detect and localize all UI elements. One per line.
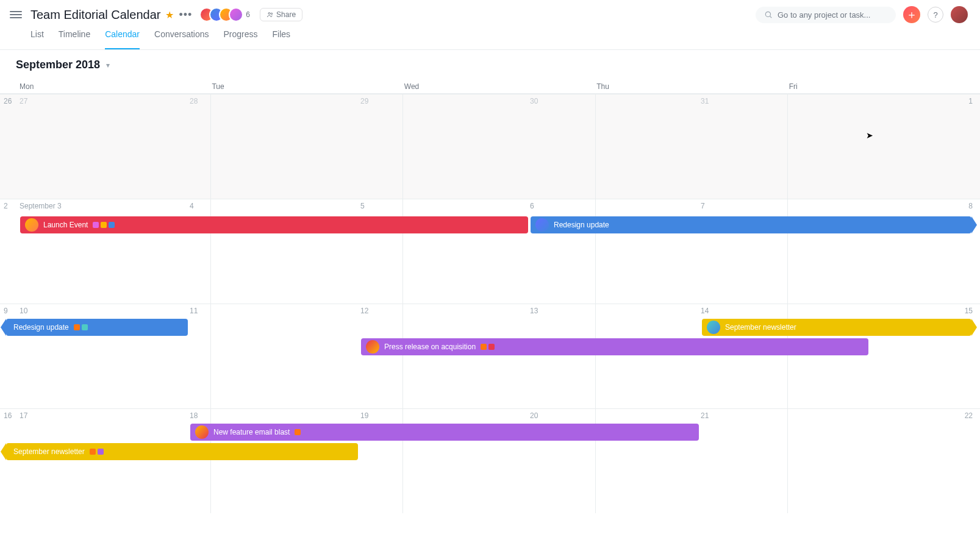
week-number: 2: [4, 202, 8, 210]
day-number: 6: [530, 202, 534, 210]
top-bar: Team Editorial Calendar ★ ••• 6 Share Go…: [0, 0, 980, 29]
member-count: 6: [246, 10, 250, 19]
task-tags: [93, 222, 115, 228]
help-button[interactable]: ?: [928, 7, 943, 23]
project-title: Team Editorial Calendar: [30, 8, 160, 22]
tab-files[interactable]: Files: [273, 29, 291, 49]
day-number: 22: [965, 411, 973, 420]
add-button[interactable]: ＋: [903, 6, 920, 23]
task-label: Redesign update: [554, 221, 609, 229]
week-number: 26: [4, 97, 12, 105]
tab-conversations[interactable]: Conversations: [154, 29, 209, 49]
day-header: Mon: [18, 80, 210, 93]
tag-dot: [93, 222, 99, 228]
svg-line-3: [770, 16, 771, 18]
day-number: 21: [701, 411, 709, 420]
tag-dot: [295, 429, 301, 435]
tab-calendar[interactable]: Calendar: [105, 29, 140, 49]
tag-dot: [74, 324, 80, 330]
day-number: 15: [965, 307, 973, 315]
more-options-icon[interactable]: •••: [179, 9, 192, 21]
task-label: September newsletter: [13, 447, 85, 456]
task-tags: [74, 324, 88, 330]
week-row: 16 17 18 19 20 21 22 New feature email b…: [0, 408, 980, 513]
share-button[interactable]: Share: [260, 8, 302, 21]
task-label: Launch Event: [43, 221, 88, 229]
day-number: 19: [360, 411, 368, 420]
task-label: New feature email blast: [213, 428, 290, 436]
tag-dot: [481, 344, 487, 350]
task-press-release[interactable]: Press release on acquisition: [361, 338, 868, 355]
people-icon: [266, 11, 274, 18]
day-header-row: Mon Tue Wed Thu Fri: [0, 80, 980, 94]
task-redesign-update-cont[interactable]: Redesign update: [6, 319, 188, 336]
global-search[interactable]: Go to any project or task...: [756, 7, 896, 23]
task-tags: [481, 344, 495, 350]
day-number: 7: [701, 202, 705, 210]
user-avatar[interactable]: [951, 6, 968, 23]
month-selector[interactable]: September 2018 ▾: [0, 50, 980, 80]
day-number: 10: [20, 307, 27, 315]
svg-point-2: [765, 12, 770, 16]
avatar: [229, 7, 243, 22]
assignee-avatar: [535, 218, 549, 232]
svg-point-1: [271, 13, 273, 15]
day-header: Fri: [788, 80, 980, 93]
task-september-newsletter-cont[interactable]: September newsletter: [6, 443, 358, 460]
task-label: September newsletter: [725, 323, 796, 332]
assignee-avatar: [707, 321, 720, 334]
task-label: Redesign update: [13, 323, 69, 332]
tag-dot: [101, 222, 107, 228]
week-row: 2 September 3 4 5 6 7 8 Launch Event Red…: [0, 199, 980, 304]
day-number: 27: [20, 97, 27, 105]
week-row: 9 10 11 12 13 14 15 Redesign update Sept…: [0, 304, 980, 408]
day-number: September 3: [20, 202, 62, 210]
day-number: 28: [190, 97, 198, 105]
day-number: 1: [968, 97, 973, 105]
task-new-feature-email[interactable]: New feature email blast: [190, 424, 699, 441]
day-number: 17: [20, 411, 27, 420]
month-label: September 2018: [16, 59, 100, 71]
star-icon[interactable]: ★: [165, 9, 174, 21]
assignee-avatar: [366, 340, 379, 354]
task-tags: [90, 449, 104, 455]
day-number: 5: [360, 202, 365, 210]
day-header: Wed: [403, 80, 595, 93]
tab-list[interactable]: List: [30, 29, 44, 49]
day-number: 20: [530, 411, 538, 420]
day-number: 18: [190, 411, 198, 420]
tab-timeline[interactable]: Timeline: [59, 29, 90, 49]
chevron-down-icon: ▾: [106, 61, 110, 69]
day-number: 4: [190, 202, 194, 210]
tag-dot: [82, 324, 88, 330]
week-number: 9: [4, 307, 8, 315]
hamburger-menu-icon[interactable]: [10, 9, 22, 21]
project-tabs: List Timeline Calendar Conversations Pro…: [0, 29, 980, 50]
week-row: 26 27 28 29 30 31 1: [0, 94, 980, 199]
day-number: 8: [968, 202, 973, 210]
calendar-grid: Mon Tue Wed Thu Fri Today 26 27 28 29 30…: [0, 80, 980, 513]
day-number: 31: [701, 97, 709, 105]
tag-dot: [109, 222, 115, 228]
share-label: Share: [276, 10, 296, 19]
week-number: 16: [4, 411, 12, 420]
search-icon: [764, 10, 773, 19]
assignee-avatar: [195, 425, 209, 439]
day-number: 29: [360, 97, 368, 105]
day-header: Thu: [595, 80, 787, 93]
task-redesign-update[interactable]: Redesign update: [531, 216, 971, 233]
assignee-avatar: [25, 218, 38, 232]
day-number: 12: [360, 307, 368, 315]
svg-point-0: [268, 13, 270, 15]
tab-progress[interactable]: Progress: [224, 29, 258, 49]
task-launch-event[interactable]: Launch Event: [20, 216, 528, 233]
day-number: 13: [530, 307, 538, 315]
tag-dot: [98, 449, 104, 455]
member-avatars[interactable]: 6: [199, 7, 250, 22]
task-tags: [295, 429, 301, 435]
right-controls: Go to any project or task... ＋ ?: [756, 6, 968, 23]
day-number: 11: [190, 307, 198, 315]
task-label: Press release on acquisition: [384, 343, 476, 351]
task-september-newsletter[interactable]: September newsletter: [702, 319, 971, 336]
day-header: Tue: [210, 80, 402, 93]
